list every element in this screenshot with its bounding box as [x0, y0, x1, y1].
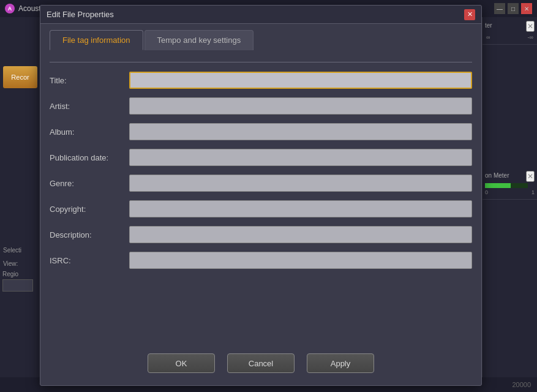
tab-bar: File tag information Tempo and key setti… [50, 30, 472, 50]
tab-border [50, 62, 472, 62]
form-row-genre: Genre: [50, 175, 472, 192]
input-copyright[interactable] [129, 200, 472, 217]
form-row-copyright: Copyright: [50, 200, 472, 217]
label-copyright: Copyright: [50, 205, 129, 214]
form-row-album: Album: [50, 123, 472, 140]
label-isrc: ISRC: [50, 256, 129, 265]
input-publication-date[interactable] [129, 149, 472, 166]
label-title: Title: [50, 76, 129, 85]
dialog-title: Edit File Properties [47, 10, 464, 19]
form-row-title: Title: [50, 72, 472, 89]
form-row-description: Description: [50, 226, 472, 243]
label-description: Description: [50, 230, 129, 239]
dialog-overlay: Edit File Properties ✕ File tag informat… [0, 0, 537, 392]
dialog-footer: OK Cancel Apply [50, 344, 472, 379]
form-row-artist: Artist: [50, 97, 472, 115]
form-row-isrc: ISRC: [50, 252, 472, 269]
form-content: Title: Artist: Album: Publication date: [50, 72, 472, 344]
input-genre[interactable] [129, 175, 472, 192]
apply-button[interactable]: Apply [307, 353, 374, 373]
ok-button[interactable]: OK [148, 353, 215, 373]
label-publication-date: Publication date: [50, 153, 129, 162]
tab-tempo-key[interactable]: Tempo and key settings [145, 30, 254, 50]
input-description[interactable] [129, 226, 472, 243]
input-album[interactable] [129, 123, 472, 140]
input-artist[interactable] [129, 97, 472, 115]
dialog-close-button[interactable]: ✕ [464, 9, 475, 20]
dialog-body: File tag information Tempo and key setti… [40, 24, 481, 385]
tab-file-tag[interactable]: File tag information [50, 30, 143, 50]
input-title[interactable] [129, 72, 472, 89]
dialog-titlebar: Edit File Properties ✕ [40, 6, 481, 24]
input-isrc[interactable] [129, 252, 472, 269]
label-artist: Artist: [50, 102, 129, 111]
cancel-button[interactable]: Cancel [227, 353, 295, 373]
label-genre: Genre: [50, 179, 129, 188]
label-album: Album: [50, 127, 129, 137]
edit-file-properties-dialog: Edit File Properties ✕ File tag informat… [40, 5, 482, 386]
form-row-publication-date: Publication date: [50, 149, 472, 166]
